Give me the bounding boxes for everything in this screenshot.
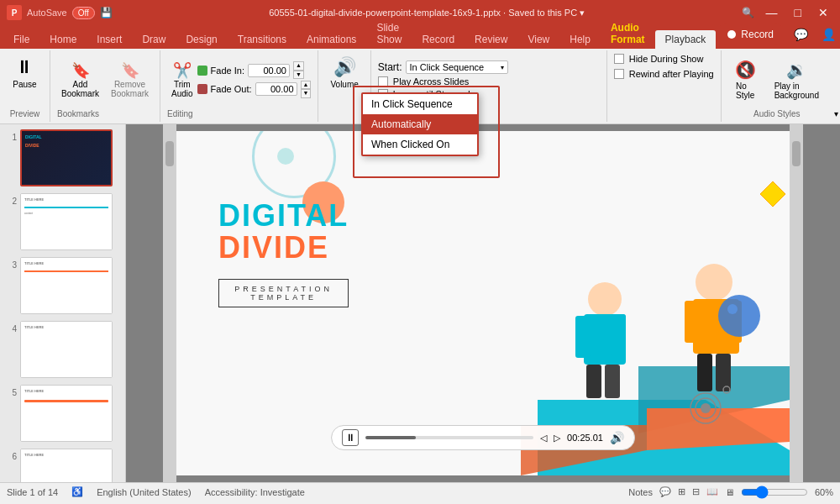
pause-button[interactable]: ⏸ Pause [8, 54, 41, 92]
svg-rect-14 [697, 354, 712, 391]
trim-label: TrimAudio [171, 80, 193, 98]
option-when-clicked-on[interactable]: When Clicked On [363, 134, 477, 155]
close-button[interactable]: ✕ [813, 4, 833, 21]
tab-draw[interactable]: Draw [132, 30, 176, 49]
slide-sorter-icon[interactable]: ⊟ [692, 486, 700, 497]
right-scrollbar[interactable] [790, 124, 803, 482]
slide-img-5[interactable]: TITLE HERE [20, 385, 113, 442]
circle-teal-small [277, 148, 294, 165]
volume-mute-icon[interactable]: 🔊 [610, 431, 624, 444]
slide-thumb-3[interactable]: 3 TITLE HERE [3, 255, 122, 316]
fade-in-down[interactable]: ▼ [293, 71, 304, 79]
left-scrollbar[interactable] [163, 124, 176, 482]
svg-point-4 [588, 282, 622, 316]
remove-bookmark-button[interactable]: 🔖 RemoveBookmark [107, 59, 153, 101]
tab-design[interactable]: Design [176, 30, 227, 49]
volume-icon: 🔊 [333, 56, 356, 78]
maximize-button[interactable]: □ [790, 4, 806, 21]
play-across-row: Play Across Slides [378, 76, 600, 87]
tab-insert[interactable]: Insert [87, 30, 132, 49]
tab-animations[interactable]: Animations [297, 30, 366, 49]
fade-in-spinner[interactable]: ▲ ▼ [293, 61, 304, 79]
title-bar-left: P AutoSave Off 💾 [7, 5, 113, 20]
ribbon-expand-icon[interactable]: ▾ [834, 109, 838, 118]
slide-img-2[interactable]: TITLE HERE content [20, 193, 113, 250]
progress-fill [365, 436, 416, 439]
preview-group-label: Preview [10, 106, 40, 118]
play-across-checkbox[interactable] [378, 76, 388, 87]
share-icon[interactable]: 👤 [816, 26, 840, 43]
right-scroll-thumb[interactable] [792, 141, 801, 166]
editing-group-label: Editing [167, 106, 311, 118]
hide-checkbox[interactable] [614, 54, 624, 64]
slide-thumb-5[interactable]: 5 TITLE HERE [3, 383, 122, 444]
main-area: 1 DIGITAL DIVIDE 2 TITLE HERE content 3 [0, 124, 840, 482]
pause-icon: ⏸ [15, 56, 34, 78]
save-icon[interactable]: 💾 [100, 7, 113, 18]
play-pause-button[interactable]: ⏸ [342, 429, 359, 446]
svg-rect-12 [685, 301, 700, 343]
notes-button[interactable]: Notes [628, 487, 653, 497]
add-bookmark-button[interactable]: 🔖 AddBookmark [57, 59, 103, 101]
slide-num-6: 6 [5, 452, 17, 461]
slide-thumb-1[interactable]: 1 DIGITAL DIVIDE [3, 128, 122, 188]
app-icon: P [7, 5, 22, 20]
slide-img-1[interactable]: DIGITAL DIVIDE [20, 129, 113, 186]
slide-panel: 1 DIGITAL DIVIDE 2 TITLE HERE content 3 [0, 124, 126, 482]
fade-out-down[interactable]: ▼ [301, 89, 312, 97]
presenter-view-icon[interactable]: 🖥 [725, 487, 734, 497]
tab-record[interactable]: Record [412, 30, 465, 49]
title-divide: DIVIDE [218, 230, 349, 265]
comments-icon[interactable]: 💬 [659, 486, 671, 497]
record-button-tab[interactable]: Record [716, 24, 785, 45]
add-bookmark-icon: 🔖 [71, 61, 90, 80]
audio-styles-label: Audio Styles [753, 106, 801, 118]
play-background-button[interactable]: 🔉 Play inBackground [768, 56, 826, 103]
fade-out-input[interactable] [255, 82, 297, 96]
tab-file[interactable]: File [3, 30, 39, 49]
tab-home[interactable]: Home [39, 30, 87, 49]
trim-audio-button[interactable]: ✂️ TrimAudio [167, 59, 197, 101]
slide-illustration [437, 131, 790, 475]
slide-img-4[interactable]: TITLE HERE [20, 321, 113, 378]
seek-icon[interactable]: ▷ [554, 433, 560, 444]
volume-button[interactable]: 🔊 Volume [325, 54, 363, 92]
no-style-button[interactable]: 🔇 NoStyle [728, 56, 763, 103]
reading-view-icon[interactable]: 📖 [706, 486, 718, 497]
zoom-slider[interactable] [741, 486, 808, 499]
slide-img-6[interactable]: TITLE HERE [20, 449, 113, 482]
search-icon[interactable]: 🔍 [742, 7, 754, 18]
tab-slideshow[interactable]: Slide Show [366, 18, 412, 49]
extra-options-label [614, 115, 714, 118]
rewind-checkbox[interactable] [614, 69, 624, 79]
accessibility-status[interactable]: Accessibility: Investigate [205, 487, 305, 497]
audio-control-bar: ⏸ ◁ ▷ 00:25.01 🔊 [331, 425, 635, 450]
fade-out-up[interactable]: ▲ [301, 81, 312, 89]
dropdown-arrow-title[interactable]: ▾ [580, 8, 585, 18]
start-dropdown[interactable]: In Click Sequence ▾ [406, 60, 509, 74]
fade-in-input[interactable] [248, 64, 290, 77]
tab-review[interactable]: Review [465, 30, 517, 49]
start-dropdown-popup[interactable]: In Click Sequence Automatically When Cli… [361, 92, 479, 156]
slide-thumb-6[interactable]: 6 TITLE HERE [3, 447, 122, 482]
slide-thumb-2[interactable]: 2 TITLE HERE content [3, 192, 122, 252]
slide-view-icon[interactable]: ⊞ [678, 486, 685, 497]
option-in-click-sequence[interactable]: In Click Sequence [363, 94, 477, 114]
left-scroll-thumb[interactable] [165, 141, 174, 166]
tab-help[interactable]: Help [559, 30, 601, 49]
volume-left-icon[interactable]: ◁ [540, 433, 547, 444]
start-row: Start: In Click Sequence ▾ [378, 60, 600, 74]
fade-out-spinner[interactable]: ▲ ▼ [301, 81, 312, 98]
option-automatically[interactable]: Automatically [363, 114, 477, 134]
tab-view[interactable]: View [517, 30, 559, 49]
dropdown-arrow-icon: ▾ [501, 64, 504, 71]
tab-audio-format[interactable]: Audio Format [601, 18, 655, 49]
comment-icon[interactable]: 💬 [789, 26, 813, 43]
minimize-button[interactable]: — [761, 4, 783, 21]
tab-playback[interactable]: Playback [655, 30, 717, 49]
fade-in-up[interactable]: ▲ [293, 61, 304, 70]
slide-img-3[interactable]: TITLE HERE [20, 257, 113, 314]
autosave-toggle[interactable]: Off [72, 7, 95, 19]
slide-thumb-4[interactable]: 4 TITLE HERE [3, 319, 122, 380]
tab-transitions[interactable]: Transitions [228, 30, 297, 49]
